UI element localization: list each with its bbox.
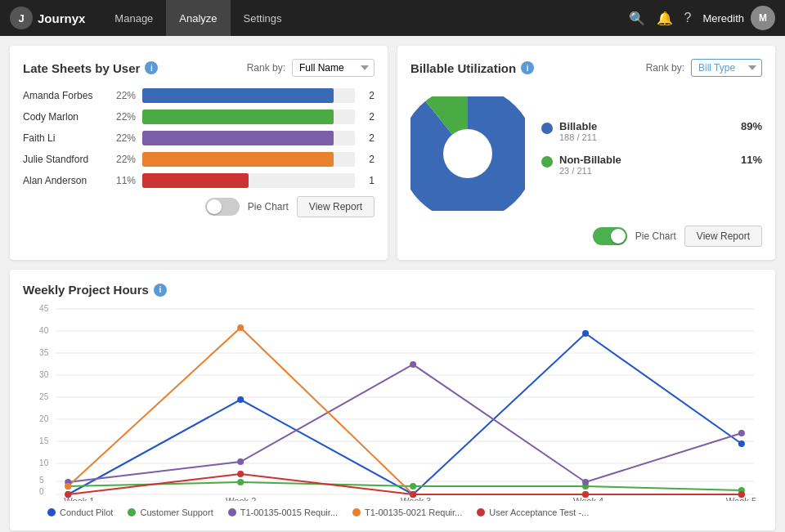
- pie-chart-svg: [410, 96, 525, 211]
- late-sheets-title: Late Sheets by User: [23, 61, 140, 75]
- late-sheets-view-report[interactable]: View Report: [297, 196, 375, 217]
- svg-text:Week 4: Week 4: [573, 496, 603, 501]
- search-icon[interactable]: 🔍: [629, 11, 645, 26]
- svg-point-43: [65, 483, 71, 490]
- legend-name-1: Non-Billable: [559, 154, 734, 166]
- billable-card: Billable Utilization i Rank by: Bill Typ…: [397, 46, 775, 260]
- bar-row-3: Julie Standford 22% 2: [23, 152, 375, 167]
- svg-point-34: [237, 479, 244, 485]
- svg-point-40: [410, 361, 416, 368]
- svg-point-2: [443, 129, 492, 178]
- bar-count-2: 2: [361, 132, 375, 144]
- svg-point-52: [738, 491, 745, 498]
- chart-legend-label-0: Conduct Pilot: [60, 507, 113, 517]
- chart-legend-item-1: Customer Support: [128, 507, 213, 517]
- bar-row-0: Amanda Forbes 22% 2: [23, 88, 375, 103]
- billable-legend-item-1: Non-Billable 23 / 211 11%: [541, 154, 762, 176]
- bar-count-4: 1: [361, 175, 375, 186]
- late-sheets-rank-label: Rank by:: [247, 62, 285, 74]
- legend-pct-0: 89%: [741, 120, 762, 132]
- billable-content: Billable 188 / 211 89% Non-Billable 23 /…: [410, 88, 762, 219]
- bar-label-4: Alan Anderson: [23, 175, 105, 186]
- bar-fill-3: [142, 152, 334, 167]
- bar-track-0: [142, 88, 355, 103]
- chart-legend-item-0: Conduct Pilot: [47, 507, 113, 517]
- svg-point-51: [582, 491, 589, 498]
- chart-legend-dot-3: [352, 508, 361, 516]
- billable-info-icon[interactable]: i: [521, 61, 534, 74]
- avatar[interactable]: M: [751, 6, 775, 30]
- bar-count-0: 2: [361, 90, 375, 101]
- billable-rank-select[interactable]: Bill Type Full Name: [691, 59, 762, 77]
- bar-row-2: Faith Li 22% 2: [23, 131, 375, 145]
- weekly-title-row: Weekly Project Hours i: [23, 283, 762, 297]
- late-sheets-rank-row: Rank by: Full Name Employee ID: [247, 59, 375, 77]
- svg-text:0: 0: [39, 487, 44, 496]
- chart-legend-label-1: Customer Support: [140, 507, 213, 517]
- late-sheets-footer: Pie Chart View Report: [23, 196, 375, 217]
- legend-name-0: Billable: [559, 120, 734, 132]
- legend-sub-1: 23 / 211: [559, 166, 734, 176]
- bar-track-2: [142, 131, 355, 145]
- chart-legend-label-2: T1-00135-0015 Requir...: [240, 507, 338, 517]
- svg-text:40: 40: [39, 326, 49, 335]
- chart-legend-item-4: User Acceptance Test -...: [477, 507, 589, 517]
- billable-pie-toggle[interactable]: [593, 227, 627, 245]
- svg-point-35: [410, 483, 416, 490]
- legend-sub-0: 188 / 211: [559, 132, 734, 142]
- chart-area: 45 40 35 30 25 20 15 10 5 0: [23, 305, 762, 501]
- chart-legend-dot-0: [47, 508, 56, 516]
- brand-icon: J: [10, 7, 33, 29]
- legend-pct-1: 11%: [741, 154, 762, 166]
- late-sheets-header: Late Sheets by User i Rank by: Full Name…: [23, 59, 375, 77]
- svg-point-31: [582, 330, 589, 337]
- nav-analyze[interactable]: Analyze: [166, 0, 230, 36]
- bar-label-2: Faith Li: [23, 132, 105, 144]
- svg-text:30: 30: [39, 370, 49, 379]
- chart-legend-item-3: T1-00135-0021 Requir...: [352, 507, 462, 517]
- nav-items: Manage Analyze Settings: [101, 0, 628, 36]
- svg-text:15: 15: [39, 436, 49, 445]
- svg-text:Week 2: Week 2: [226, 496, 256, 501]
- svg-text:10: 10: [39, 458, 49, 467]
- bar-pct-0: 22%: [111, 90, 136, 101]
- main-content: Late Sheets by User i Rank by: Full Name…: [0, 36, 785, 532]
- bar-fill-1: [142, 110, 334, 124]
- legend-dot-1: [541, 156, 553, 168]
- bar-pct-4: 11%: [111, 175, 136, 186]
- billable-rank-row: Rank by: Bill Type Full Name: [646, 59, 762, 77]
- billable-pie-toggle-knob: [611, 229, 626, 244]
- bar-track-3: [142, 152, 355, 167]
- navbar-right: 🔍 🔔 ? Meredith M: [629, 6, 775, 30]
- late-sheets-info-icon[interactable]: i: [145, 61, 158, 74]
- bar-label-0: Amanda Forbes: [23, 90, 105, 101]
- bar-fill-0: [142, 88, 334, 103]
- billable-title-row: Billable Utilization i: [410, 61, 534, 75]
- bell-icon[interactable]: 🔔: [657, 11, 673, 26]
- late-sheets-pie-toggle[interactable]: [205, 198, 240, 216]
- billable-view-report[interactable]: View Report: [684, 226, 762, 247]
- bar-row-4: Alan Anderson 11% 1: [23, 173, 375, 188]
- bar-label-3: Julie Standford: [23, 154, 105, 165]
- username: Meredith: [702, 12, 744, 25]
- svg-point-41: [582, 479, 589, 485]
- nav-settings[interactable]: Settings: [231, 0, 295, 36]
- bar-track-4: [142, 173, 355, 188]
- svg-point-29: [237, 396, 244, 403]
- bar-fill-2: [142, 131, 334, 145]
- late-sheets-rank-select[interactable]: Full Name Employee ID: [292, 59, 375, 77]
- t1-0015-line: [68, 364, 742, 482]
- svg-point-44: [237, 324, 244, 331]
- weekly-info-icon[interactable]: i: [154, 284, 167, 297]
- late-sheets-card: Late Sheets by User i Rank by: Full Name…: [10, 46, 388, 260]
- bar-track-1: [142, 110, 355, 124]
- nav-manage[interactable]: Manage: [101, 0, 166, 36]
- brand[interactable]: J Journyx: [10, 7, 85, 29]
- svg-point-39: [237, 458, 244, 465]
- bar-count-3: 2: [361, 154, 375, 165]
- billable-pie-label: Pie Chart: [635, 230, 676, 242]
- svg-text:Week 3: Week 3: [401, 496, 431, 501]
- help-icon[interactable]: ?: [684, 11, 692, 25]
- svg-point-32: [738, 440, 745, 447]
- billable-title: Billable Utilization: [410, 61, 516, 75]
